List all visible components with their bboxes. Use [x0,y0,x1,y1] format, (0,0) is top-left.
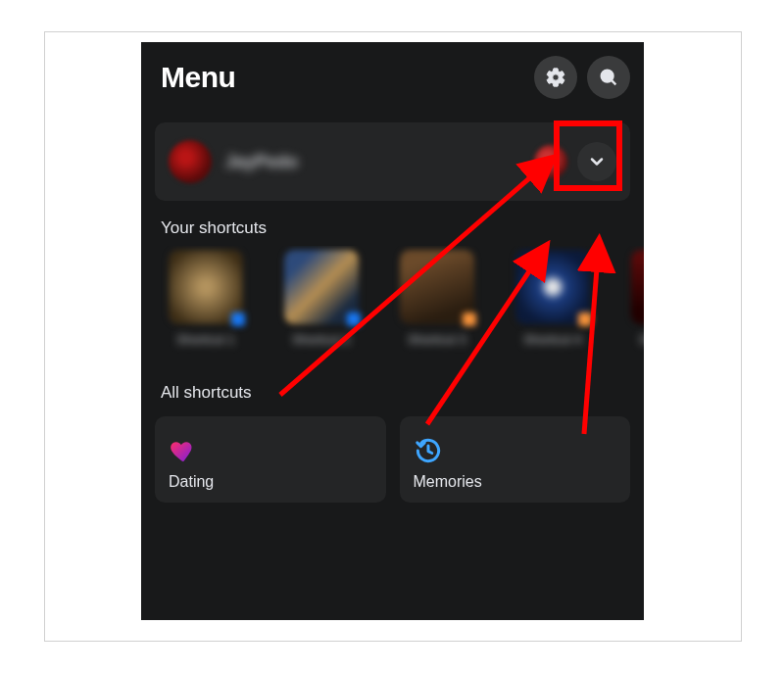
svg-point-0 [602,71,613,82]
shortcut-thumb [515,250,590,324]
all-shortcuts-label: All shortcuts [141,365,644,410]
all-shortcuts-grid: Dating Memories [141,410,644,503]
expand-button[interactable] [577,142,616,181]
your-shortcuts-row[interactable]: Shortcut 1 Shortcut 2 Shortcut 3 Shortcu… [141,246,644,365]
shortcut-badge [347,312,361,326]
menu-screen: Menu JayPedo [141,42,644,620]
shortcut-badge [578,312,592,326]
page-title: Menu [161,61,524,94]
shortcut-item[interactable]: Shortcut 2 [272,250,370,361]
shortcut-thumb [284,250,359,324]
search-icon [598,67,619,88]
chevron-down-icon [587,152,607,171]
shortcut-label: Shortcut 5 [639,332,644,361]
shortcut-item[interactable]: Shortcut 4 [504,250,602,361]
outer-frame: Menu JayPedo [44,31,742,642]
profile-switcher[interactable]: JayPedo [155,122,630,201]
shortcut-label: Shortcut 1 [176,332,234,361]
shortcut-item[interactable]: Shortcut 1 [157,250,255,361]
svg-line-1 [612,80,615,84]
heart-icon [169,436,198,465]
shortcut-item[interactable]: Shortcut 5 [619,250,644,361]
shortcut-item[interactable]: Shortcut 3 [388,250,486,361]
shortcut-label: Shortcut 4 [523,332,581,361]
shortcut-thumb [400,250,474,324]
dating-tile[interactable]: Dating [155,416,386,503]
shortcut-label: Shortcut 3 [408,332,466,361]
memories-tile[interactable]: Memories [400,416,631,503]
shortcut-badge [231,312,245,326]
shortcut-thumb [169,250,243,324]
gear-icon [545,67,566,88]
shortcut-thumb [631,250,644,324]
tile-label: Dating [169,473,372,491]
shortcut-badge [463,312,476,326]
shortcut-label: Shortcut 2 [292,332,350,361]
header: Menu [141,42,644,113]
tile-label: Memories [414,473,617,491]
clock-rewind-icon [414,436,443,465]
your-shortcuts-label: Your shortcuts [141,201,644,246]
settings-button[interactable] [534,56,577,99]
profile-name: JayPedo [225,152,534,172]
secondary-avatar [534,145,567,178]
search-button[interactable] [587,56,630,99]
avatar [169,140,212,183]
